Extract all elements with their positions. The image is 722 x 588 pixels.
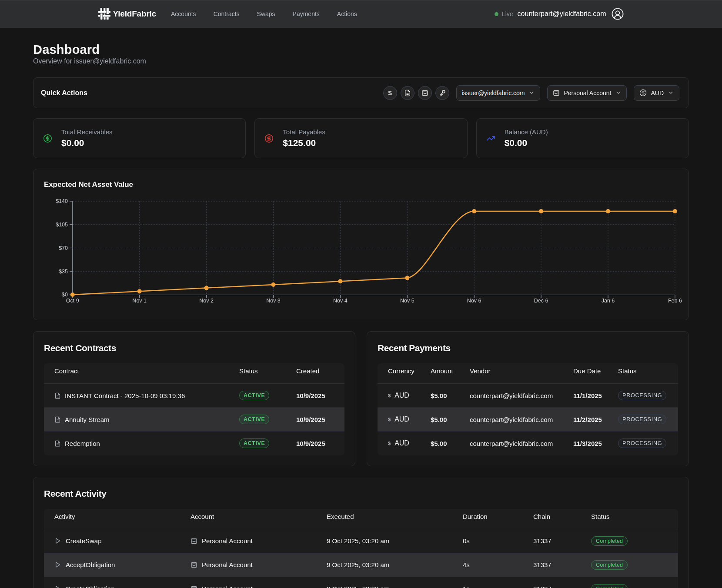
svg-text:Nov 1: Nov 1 — [132, 298, 147, 304]
svg-text:Nov 3: Nov 3 — [266, 298, 281, 304]
svg-text:Nov 6: Nov 6 — [467, 298, 481, 304]
svg-text:Nov 4: Nov 4 — [333, 298, 348, 304]
svg-text:Dec 6: Dec 6 — [534, 298, 548, 304]
svg-text:Nov 2: Nov 2 — [199, 298, 214, 304]
svg-text:$105: $105 — [56, 222, 68, 228]
svg-text:$70: $70 — [59, 245, 68, 251]
svg-text:$35: $35 — [59, 269, 68, 275]
svg-text:Oct 9: Oct 9 — [66, 298, 79, 304]
svg-text:$0: $0 — [62, 292, 68, 298]
svg-text:Feb 6: Feb 6 — [668, 298, 682, 304]
svg-text:Nov 5: Nov 5 — [400, 298, 414, 304]
svg-text:$140: $140 — [56, 198, 68, 204]
svg-text:Jan 6: Jan 6 — [602, 298, 615, 304]
